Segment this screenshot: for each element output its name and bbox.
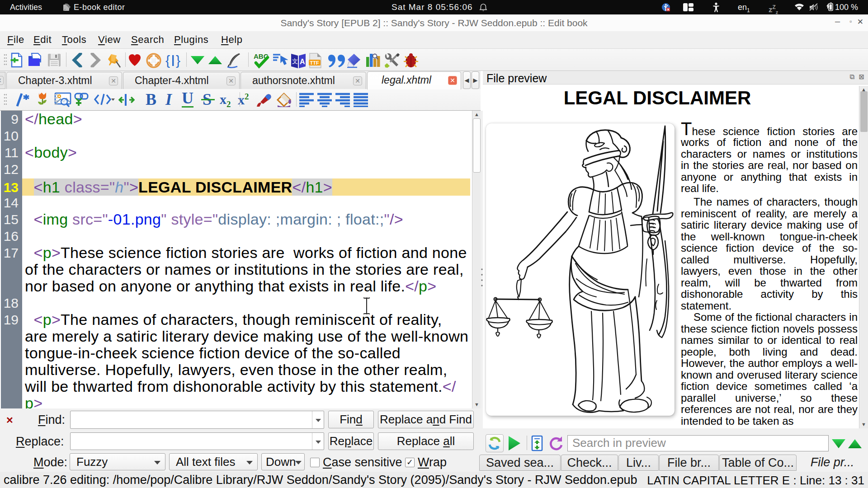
svg-text:TTF: TTF (310, 60, 319, 66)
svg-text:{: { (165, 53, 170, 68)
svg-text:文: 文 (292, 58, 298, 65)
svg-text:A: A (300, 58, 305, 66)
svg-text:}: } (176, 53, 180, 68)
